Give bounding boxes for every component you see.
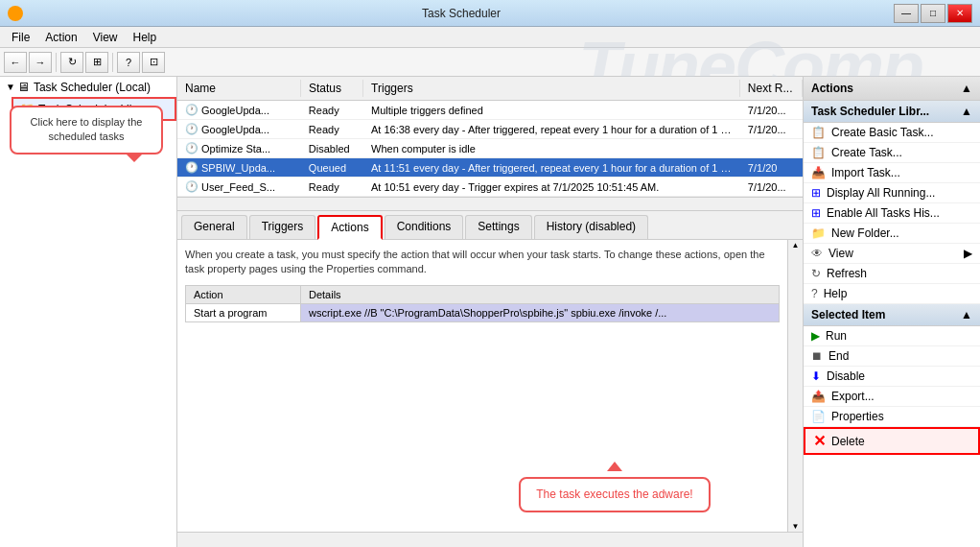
col-header-status[interactable]: Status <box>301 80 363 97</box>
table-row[interactable]: 🕐 SPBIW_Upda... Queued At 11:51 every da… <box>177 158 803 178</box>
export-label: Export... <box>831 390 875 403</box>
task-next-1: 7/1/20... <box>740 122 803 137</box>
table-row[interactable]: 🕐 GoogleUpda... Ready At 16:38 every day… <box>177 120 803 139</box>
minimize-button[interactable]: — <box>894 4 919 23</box>
action-details: wscript.exe //B "C:\ProgramData\ShopperP… <box>301 303 780 321</box>
table-row[interactable]: 🕐 Optimize Sta... Disabled When computer… <box>177 139 803 158</box>
task-name-3: 🕐 SPBIW_Upda... <box>177 159 301 176</box>
help-button[interactable]: ? <box>117 52 140 73</box>
forward-button[interactable]: → <box>29 52 52 73</box>
display-running-icon: ⊞ <box>811 186 821 200</box>
table-hscrollbar[interactable] <box>177 197 803 210</box>
help-label: Help <box>824 287 848 300</box>
tree-item-local[interactable]: ▼ 🖥 Task Scheduler (Local) <box>0 77 176 97</box>
delete-icon: ✕ <box>813 432 826 450</box>
disable-icon: ⬇ <box>811 369 821 383</box>
help-icon: ? <box>811 287 818 300</box>
right-item-end[interactable]: ⏹ End <box>804 346 980 367</box>
title-bar: Task Scheduler — □ ✕ <box>0 0 980 27</box>
task-name-1: 🕐 GoogleUpda... <box>177 121 301 137</box>
right-item-export[interactable]: 📤 Export... <box>804 387 980 407</box>
col-header-name[interactable]: Name <box>177 80 301 97</box>
right-item-help[interactable]: ? Help <box>804 284 980 304</box>
refresh-label: Refresh <box>827 267 867 280</box>
right-item-create-basic[interactable]: 📋 Create Basic Task... <box>804 123 980 143</box>
table-row[interactable]: 🕐 User_Feed_S... Ready At 10:51 every da… <box>177 178 803 197</box>
scroll-down-btn[interactable]: ▼ <box>792 522 800 531</box>
collapse-icon[interactable]: ▲ <box>961 82 972 95</box>
close-button[interactable]: ✕ <box>947 4 972 23</box>
col-header-triggers[interactable]: Triggers <box>363 80 740 97</box>
col-header-next[interactable]: Next R... <box>740 80 803 97</box>
right-item-new-folder[interactable]: 📁 New Folder... <box>804 224 980 244</box>
task-triggers-3: At 11:51 every day - After triggered, re… <box>363 160 740 176</box>
subsection-collapse-icon[interactable]: ▲ <box>961 105 972 118</box>
task-list: 🕐 GoogleUpda... Ready Multiple triggers … <box>177 101 803 197</box>
right-item-view[interactable]: 👁 View ▶ <box>804 244 980 264</box>
menu-view[interactable]: View <box>85 29 126 46</box>
maximize-button[interactable]: □ <box>921 4 945 23</box>
right-item-enable-history[interactable]: ⊞ Enable All Tasks His... <box>804 203 980 224</box>
tab-general[interactable]: General <box>181 215 247 239</box>
tab-description: When you create a task, you must specify… <box>185 248 780 277</box>
right-item-disable[interactable]: ⬇ Disable <box>804 367 980 387</box>
subsection-selected-collapse[interactable]: ▲ <box>961 308 972 321</box>
menu-action[interactable]: Action <box>37 29 84 46</box>
tab-settings[interactable]: Settings <box>465 215 531 239</box>
tab-triggers[interactable]: Triggers <box>249 215 316 239</box>
tab-bar: General Triggers Actions Conditions Sett… <box>177 211 803 240</box>
right-item-properties[interactable]: 📄 Properties <box>804 407 980 427</box>
task-triggers-2: When computer is idle <box>363 141 740 156</box>
back-button[interactable]: ← <box>4 52 27 73</box>
end-icon: ⏹ <box>811 349 823 363</box>
properties-icon: 📄 <box>811 410 826 423</box>
create-task-icon: 📋 <box>811 146 826 159</box>
app-icon <box>8 6 23 21</box>
task-icon-0: 🕐 <box>185 104 198 116</box>
action-col-header: Action <box>186 285 301 303</box>
task-status-2: Disabled <box>301 141 363 156</box>
task-icon-2: 🕐 <box>185 142 198 155</box>
menu-bar: File Action View Help <box>0 27 980 48</box>
create-basic-icon: 📋 <box>811 126 826 139</box>
details-col-header: Details <box>301 285 780 303</box>
callout-display-tasks: Click here to display the scheduled task… <box>10 106 163 155</box>
task-triggers-1: At 16:38 every day - After triggered, re… <box>363 122 740 137</box>
scroll-up-btn[interactable]: ▲ <box>792 241 800 250</box>
expand-icon: ▼ <box>6 82 15 92</box>
right-item-refresh[interactable]: ↻ Refresh <box>804 264 980 284</box>
views-button[interactable]: ⊞ <box>85 52 108 73</box>
end-label: End <box>828 349 849 363</box>
run-icon: ▶ <box>811 329 820 343</box>
create-task-label: Create Task... <box>831 146 902 159</box>
task-next-0: 7/1/20... <box>740 103 803 118</box>
task-icon-4: 🕐 <box>185 180 198 193</box>
properties-label: Properties <box>831 410 884 423</box>
menu-help[interactable]: Help <box>126 29 165 46</box>
task-name-4: 🕐 User_Feed_S... <box>177 178 301 195</box>
show-hide-button[interactable]: ⊡ <box>142 52 165 73</box>
tab-hscrollbar[interactable] <box>177 532 803 547</box>
task-next-2 <box>740 147 803 151</box>
task-status-3: Queued <box>301 160 363 176</box>
table-row[interactable]: 🕐 GoogleUpda... Ready Multiple triggers … <box>177 101 803 120</box>
task-icon-3: 🕐 <box>185 161 198 174</box>
tab-history[interactable]: History (disabled) <box>534 215 648 239</box>
tab-vscrollbar[interactable]: ▲ ▼ <box>787 240 803 532</box>
tab-actions[interactable]: Actions <box>317 215 382 240</box>
refresh-button[interactable]: ↻ <box>60 52 83 73</box>
toolbar: ← → ↻ ⊞ ? ⊡ <box>0 48 980 77</box>
menu-file[interactable]: File <box>4 29 37 46</box>
task-name-2: 🕐 Optimize Sta... <box>177 140 301 156</box>
right-item-create-task[interactable]: 📋 Create Task... <box>804 143 980 163</box>
right-item-delete[interactable]: ✕ Delete <box>804 427 980 455</box>
subsection-library: Task Scheduler Libr... ▲ <box>804 101 980 123</box>
export-icon: 📤 <box>811 390 826 403</box>
tab-conditions[interactable]: Conditions <box>385 215 464 239</box>
right-item-run[interactable]: ▶ Run <box>804 326 980 346</box>
right-item-import-task[interactable]: 📥 Import Task... <box>804 163 980 183</box>
task-icon-1: 🕐 <box>185 123 198 135</box>
action-table-row[interactable]: Start a program wscript.exe //B "C:\Prog… <box>186 303 780 321</box>
callout-adware: The task executes the adware! <box>519 477 711 512</box>
right-item-display-running[interactable]: ⊞ Display All Running... <box>804 183 980 203</box>
